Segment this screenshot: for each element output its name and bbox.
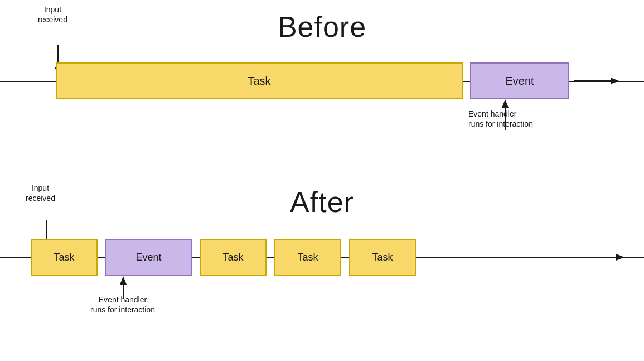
svg-marker-9 xyxy=(616,254,624,261)
connector-3 xyxy=(267,257,274,258)
connector-1 xyxy=(98,257,105,258)
event-handler-label-before: Event handler runs for interaction xyxy=(468,109,533,129)
connector-4 xyxy=(341,257,349,258)
event-block-before: Event xyxy=(470,62,569,99)
input-label-before: Input received xyxy=(38,4,67,25)
before-title: Before xyxy=(278,10,366,44)
blocks-row-after: Task Event Task Task Task xyxy=(31,239,416,276)
task-block-before: Task xyxy=(56,62,463,99)
svg-marker-11 xyxy=(120,276,127,285)
event-handler-label-after: Event handler runs for interaction xyxy=(90,295,155,315)
svg-marker-5 xyxy=(502,99,509,108)
diagram-container: Before Input received Task Event Event xyxy=(0,0,644,361)
task-block-after-2: Task xyxy=(200,239,267,276)
connector-2 xyxy=(192,257,200,258)
task-block-after-1: Task xyxy=(31,239,98,276)
arrow-right-before xyxy=(574,76,619,85)
task-block-after-4: Task xyxy=(349,239,416,276)
svg-marker-3 xyxy=(611,78,619,84)
input-label-after: Input received xyxy=(26,183,55,203)
arrow-right-after xyxy=(580,253,624,262)
after-title: After xyxy=(290,185,354,219)
task-block-after-3: Task xyxy=(274,239,341,276)
event-block-after: Event xyxy=(105,239,192,276)
